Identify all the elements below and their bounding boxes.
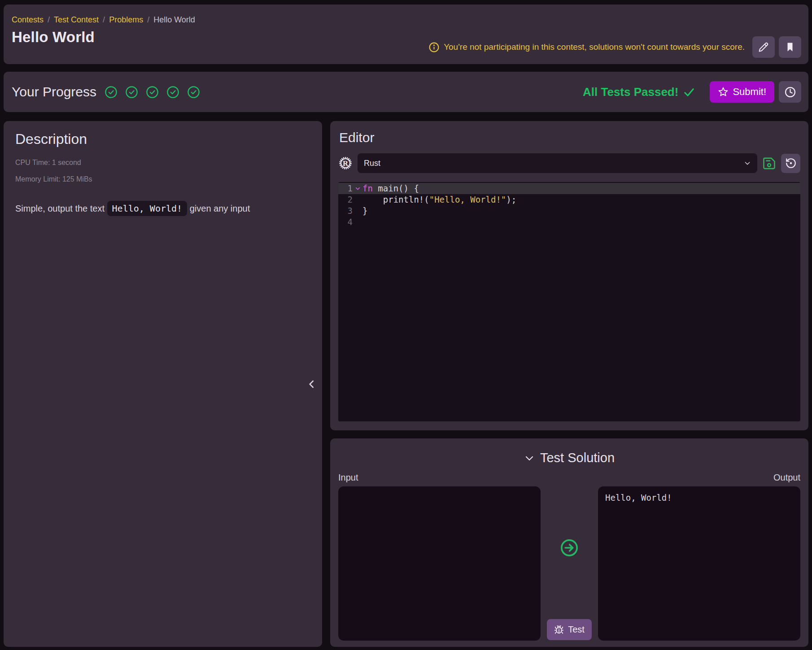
check-circle-icon [187,86,200,99]
code-text: fn main() { [362,183,800,194]
fold-gutter [353,205,362,217]
problem-statement: Simple, output the text Hello, World! gi… [15,199,310,217]
chevron-down-icon [744,160,751,167]
breadcrumb-link[interactable]: Problems [109,15,143,25]
code-line: 3} [338,205,800,217]
rust-icon: R [338,156,353,170]
breadcrumb-separator: / [48,15,50,25]
arrow-right-circle-icon [560,538,579,557]
memory-limit: Memory Limit: 125 MiBs [15,175,310,183]
test-solution-toggle[interactable]: Test Solution [338,451,800,465]
output-label: Output [773,472,800,483]
check-circle-icon [146,86,159,99]
cpu-time: CPU Time: 1 second [15,159,310,167]
fold-gutter [353,194,362,205]
breadcrumb-separator: / [147,15,149,25]
reset-icon [785,157,797,169]
inline-code: Hello, World! [107,201,188,216]
warning-text: You're not participating in this contest… [444,42,745,52]
editor-panel: Editor R Rust [330,121,808,430]
info-icon [428,42,440,53]
progress-title: Your Progress [12,84,96,100]
input-label: Input [338,472,358,483]
language-select[interactable]: Rust [358,153,757,173]
bookmark-icon [785,42,795,52]
check-circle-icon [125,86,138,99]
history-button[interactable] [779,81,801,103]
check-circle-icon [105,86,118,99]
pencil-icon [758,42,769,52]
breadcrumb-link[interactable]: Test Contest [54,15,99,25]
breadcrumb-current: Hello World [153,15,195,25]
test-solution-heading: Test Solution [540,451,615,465]
editor-toolbar: R Rust [338,153,800,173]
line-number: 3 [338,205,353,217]
fold-gutter [353,217,362,228]
code-line: 2 println!("Hello, World!"); [338,194,800,205]
description-heading: Description [15,131,310,147]
edit-button[interactable] [752,36,775,58]
test-button[interactable]: Test [547,619,592,640]
breadcrumb: Contests/Test Contest/Problems/Hello Wor… [12,15,801,25]
test-solution-panel: Test Solution Input Output [330,438,808,647]
check-circle-icon [166,86,179,99]
bug-icon [554,625,564,635]
code-line: 4 [338,217,800,228]
progress-panel: Your Progress All Tests Passed! Submit! [4,72,808,112]
bookmark-button[interactable] [779,36,801,58]
star-icon [718,87,729,97]
progress-checks [105,86,200,99]
breadcrumb-link[interactable]: Contests [12,15,44,25]
header-panel: Contests/Test Contest/Problems/Hello Wor… [4,4,808,64]
status-text: All Tests Passed! [583,85,678,99]
submit-button[interactable]: Submit! [710,81,774,103]
svg-text:R: R [343,159,349,168]
code-editor[interactable]: 1fn main() {2 println!("Hello, World!");… [338,182,800,421]
code-line: 1fn main() { [338,183,800,194]
test-input[interactable] [338,486,541,641]
line-number: 2 [338,194,353,205]
save-button[interactable] [762,156,776,170]
reset-code-button[interactable] [781,154,800,173]
header-actions: You're not participating in this contest… [428,36,801,58]
save-icon [762,156,776,170]
test-output[interactable]: Hello, World! [598,486,800,641]
breadcrumb-separator: / [103,15,105,25]
line-number: 1 [338,183,353,194]
submit-label: Submit! [733,86,766,98]
line-number: 4 [338,217,353,228]
fold-chevron-icon[interactable] [353,183,362,194]
language-selected-value: Rust [364,159,380,168]
checkmark-icon [683,86,695,98]
code-text: } [362,205,800,217]
collapse-panel-button[interactable] [304,376,319,393]
page: Contests/Test Contest/Problems/Hello Wor… [0,0,812,650]
code-text [362,217,800,228]
description-panel: Description CPU Time: 1 second Memory Li… [4,121,322,647]
test-button-label: Test [568,624,585,635]
editor-heading: Editor [339,130,800,145]
chevron-down-icon [524,453,535,464]
chevron-left-icon [306,377,318,391]
code-text: println!("Hello, World!"); [362,194,800,205]
clock-icon [784,86,796,98]
